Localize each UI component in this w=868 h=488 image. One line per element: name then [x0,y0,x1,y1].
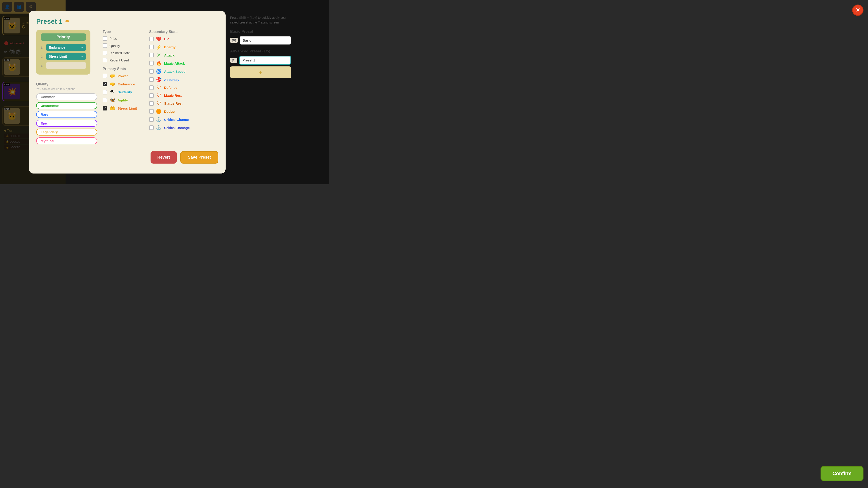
basic-key-badge: [B] [230,38,238,43]
stat-attack-row[interactable]: ⚔ Attack [149,53,190,58]
primary-stats-section: Primary Stats 🤛 Power ✓ 🤜 Endurance [103,67,137,111]
stat-magicres-row[interactable]: 🛡 Magic Res. [149,93,190,98]
priority-box: Priority 1 Endurance ≡ 2 Stress Limit [36,30,90,74]
preset-title: Preset 1 [36,18,63,25]
stat-statusres-cb[interactable] [149,101,154,106]
stat-magicattack-cb[interactable] [149,61,154,66]
stat-energy-row[interactable]: ⚡ Energy [149,44,190,50]
stat-attackspeed-row[interactable]: 🌀 Attack Speed [149,69,190,74]
secondary-stats-section: Secondary Stats ❤️ HP ⚡ Energy [149,30,190,144]
priority-num-1: 1 [41,46,44,50]
quality-epic[interactable]: Epic [36,120,97,127]
stat-accuracy-cb[interactable] [149,77,154,82]
stat-agility-cb[interactable] [103,98,107,102]
stat-stress-label: Stress Limit [118,106,137,110]
stat-dodge-cb[interactable] [149,109,154,113]
priority-num-2: 2 [41,55,44,59]
stat-agility-row[interactable]: 🦋 Agility [103,97,137,103]
advanced-preset-title: Advanced Preset (1/5) [230,49,291,54]
stat-energy-cb[interactable] [149,45,154,49]
stat-stress-row[interactable]: ✓ 🤲 Stress Limit [103,105,137,111]
stat-power-label: Power [118,74,128,78]
primary-stats-title: Primary Stats [103,67,137,71]
priority-item-3: 3 — [41,62,86,69]
stat-critchance-row[interactable]: ⚓ Critical Chance [149,117,190,122]
advanced-preset-input-1[interactable] [239,56,291,65]
edit-icon[interactable]: ✏ [65,19,69,24]
stat-magicattack-label: Magic Attack [164,61,185,65]
stat-power-row[interactable]: 🤛 Power [103,73,137,78]
type-recent-cb[interactable] [103,58,107,62]
endurance-icon: 🤜 [110,81,115,87]
advanced-preset-section: Advanced Preset (1/5) [1] + [230,49,291,78]
stat-agility-label: Agility [118,98,128,102]
stat-magicres-label: Magic Res. [164,94,182,97]
priority-slot-2[interactable]: Stress Limit ≡ [46,53,86,60]
quality-common[interactable]: Common [36,93,97,100]
stat-endurance-cb[interactable]: ✓ [103,82,107,86]
quality-legendary[interactable]: Legendary [36,129,97,135]
basic-preset-name: Basic [240,36,291,44]
stat-dexterity-cb[interactable] [103,90,107,94]
stat-stress-cb[interactable]: ✓ [103,106,107,110]
quality-rare[interactable]: Rare [36,111,97,118]
type-recent-row[interactable]: Recent Used [103,58,137,62]
stat-accuracy-row[interactable]: 🎯 Accuracy [149,77,190,82]
power-icon: 🤛 [110,73,115,78]
stat-endurance-row[interactable]: ✓ 🤜 Endurance [103,81,137,87]
stat-critchance-cb[interactable] [149,117,154,122]
type-claimed-row[interactable]: Claimed Date [103,51,137,55]
stress-icon: 🤲 [110,105,115,111]
stat-defense-label: Defense [164,86,177,90]
stat-attack-cb[interactable] [149,53,154,57]
priority-item-1[interactable]: 1 Endurance ≡ [41,44,86,51]
priority-item-2[interactable]: 2 Stress Limit ≡ [41,53,86,60]
stat-hp-label: HP [164,37,169,41]
overlay: Preset 1 ✏ Priority 1 Endurance ≡ [0,0,329,184]
quality-title: Quality [36,82,97,86]
basic-preset-row: [B] Basic [230,36,291,44]
stat-dodge-row[interactable]: 🟠 Dodge [149,109,190,114]
stat-critchance-label: Critical Chance [164,118,189,122]
type-quality-row[interactable]: Quality [103,43,137,48]
stat-critdamage-row[interactable]: ⚓ Critical Damage [149,125,190,130]
type-price-cb[interactable] [103,36,107,41]
stat-critdamage-cb[interactable] [149,125,154,130]
priority-slot-1[interactable]: Endurance ≡ [46,44,86,51]
type-quality-cb[interactable] [103,43,107,48]
stat-attack-label: Attack [164,53,175,57]
stat-defense-row[interactable]: 🛡 Defense [149,85,190,90]
agility-icon: 🦋 [110,97,115,103]
priority-header: Priority [41,33,86,41]
add-preset-button[interactable]: + [230,66,291,78]
dodge-icon: 🟠 [156,109,162,114]
hp-icon: ❤️ [156,36,162,41]
type-claimed-cb[interactable] [103,51,107,55]
left-column: Priority 1 Endurance ≡ 2 Stress Limit [36,30,97,144]
stat-defense-cb[interactable] [149,86,154,90]
save-preset-button[interactable]: Save Preset [180,151,218,164]
stat-power-cb[interactable] [103,74,107,78]
content-area: Priority 1 Endurance ≡ 2 Stress Limit [36,30,218,144]
type-price-row[interactable]: Price [103,36,137,41]
stat-magicres-cb[interactable] [149,93,154,98]
type-price-label: Price [110,37,117,40]
defense-icon: 🛡 [156,85,162,90]
advanced-preset-row-1[interactable]: [1] [230,56,291,65]
revert-button[interactable]: Revert [151,151,177,164]
quality-mythical[interactable]: Mythical [36,137,97,144]
type-section-title: Type [103,30,137,34]
attack-icon: ⚔ [156,53,162,58]
stat-statusres-label: Status Res. [164,101,183,105]
quality-subtitle: You can select up to 6 options [36,87,97,91]
right-columns: Type Price Quality Claimed Date [103,30,218,144]
quality-uncommon[interactable]: Uncommon [36,102,97,109]
stat-statusres-row[interactable]: 🛡 Status Res. [149,101,190,106]
basic-preset-section: Basic Preset [B] Basic [230,29,291,44]
stat-magicattack-row[interactable]: 🔥 Magic Attack [149,61,190,66]
stat-hp-row[interactable]: ❤️ HP [149,36,190,41]
drag-icon-2: ≡ [81,55,83,58]
stat-hp-cb[interactable] [149,37,154,41]
stat-attackspeed-cb[interactable] [149,69,154,74]
stat-dexterity-row[interactable]: 👁 Dexterity [103,90,137,95]
